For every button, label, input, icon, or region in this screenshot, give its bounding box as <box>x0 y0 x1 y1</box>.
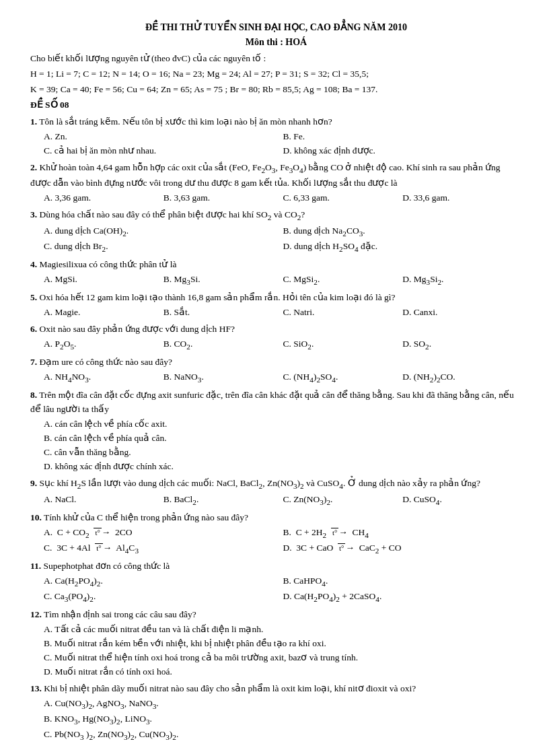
q5-opt-a: A. Magie. <box>44 306 163 320</box>
q7-options: A. NH4NO3. B. NaNO3. C. (NH4)2SO4. D. (N… <box>44 370 522 386</box>
q2-options: A. 3,36 gam. B. 3,63 gam. C. 6,33 gam. D… <box>44 191 522 205</box>
q5-text: 5. Oxi hóa hết 12 gam kim loại tạo thành… <box>30 291 522 305</box>
q11-opt-b: B. CaHPO4. <box>283 574 523 590</box>
q7-opt-a: A. NH4NO3. <box>44 370 163 386</box>
q2-opt-b: B. 3,63 gam. <box>163 191 283 205</box>
q8-options: A. cán cân lệch về phía cốc axit. B. cán… <box>44 417 522 474</box>
q10-opt-d: D. 3C + CaO t°→ CaC2 + CO <box>283 541 523 557</box>
q5-opt-c: C. Natri. <box>283 306 403 320</box>
q8-opt-c: C. cân vẫn thăng bằng. <box>44 446 522 460</box>
question-3: 3. Dùng hóa chất nào sau đây có thể phân… <box>30 208 522 255</box>
q12-opt-c: C. Muối nitrat thể hiện tính oxi hoá tro… <box>44 651 522 665</box>
title-block: ĐỀ THI THỬ TUYỂN SINH ĐẠI HỌC, CAO ĐẲNG … <box>30 20 522 49</box>
question-5: 5. Oxi hóa hết 12 gam kim loại tạo thành… <box>30 291 522 320</box>
q4-options: A. MgSi. B. Mg3Si. C. MgSi2. D. Mg3Si2. <box>44 273 522 288</box>
question-1: 1. Tôn là sắt tráng kẽm. Nếu tôn bị xước… <box>30 115 522 158</box>
intro-line3: K = 39; Ca = 40; Fe = 56; Cu = 64; Zn = … <box>30 83 522 97</box>
question-10: 10. Tính khử của C thể hiện trong phản ứ… <box>30 511 522 557</box>
q4-opt-d: D. Mg3Si2. <box>402 273 522 288</box>
q1-opt-b: B. Fe. <box>283 130 523 144</box>
q1-options: A. Zn. B. Fe. C. cả hai bị ăn mòn như nh… <box>44 130 522 158</box>
q13-opt-c: C. Pb(NO3 )2, Zn(NO3)2, Cu(NO3)2. <box>44 728 522 743</box>
q6-opt-c: C. SiO2. <box>283 337 403 353</box>
q8-opt-b: B. cán cân lệch về phía quả cân. <box>44 432 522 446</box>
q3-text: 3. Dùng hóa chất nào sau đây có thể phân… <box>30 208 522 224</box>
q8-opt-d: D. không xác định được chính xác. <box>44 460 522 474</box>
q8-opt-a: A. cán cân lệch về phía cốc axit. <box>44 417 522 432</box>
q10-opt-c: C. 3C + 4Al t°→ Al4C3 <box>44 541 283 557</box>
q8-text: 8. Trên một đĩa cân đặt cốc đựng axit su… <box>30 388 522 417</box>
q12-opt-a: A. Tất cả các muối nitrat đều tan và là … <box>44 623 522 637</box>
q7-opt-c: C. (NH4)2SO4. <box>283 370 403 386</box>
exam-id: ĐỀ SỐ 08 <box>30 98 522 112</box>
q9-opt-a: A. NaCl. <box>44 493 163 508</box>
intro-line1: Cho biết khối lượng nguyên tử (theo đvC)… <box>30 52 522 66</box>
q6-opt-d: D. SO2. <box>402 337 522 353</box>
question-6: 6. Oxit nào sau đây phản ứng được với du… <box>30 322 522 353</box>
question-8: 8. Trên một đĩa cân đặt cốc đựng axit su… <box>30 388 522 474</box>
q10-options: A. C + CO2 t°→ 2CO B. C + 2H2 t°→ CH4 C.… <box>44 526 522 557</box>
q3-opt-a: A. dung dịch Ca(OH)2. <box>44 224 283 240</box>
q6-opt-a: A. P2O5. <box>44 337 163 353</box>
q9-options: A. NaCl. B. BaCl2. C. Zn(NO3)2. D. CuSO4… <box>44 493 522 508</box>
q4-text: 4. Magiesilixua có công thức phân tử là <box>30 258 522 272</box>
q1-opt-a: A. Zn. <box>44 130 283 144</box>
q11-text: 11. Supephotphat đơn có công thức là <box>30 559 522 574</box>
question-4: 4. Magiesilixua có công thức phân tử là … <box>30 258 522 288</box>
q4-opt-b: B. Mg3Si. <box>163 273 283 288</box>
q7-opt-d: D. (NH2)2CO. <box>402 370 522 386</box>
q6-options: A. P2O5. B. CO2. C. SiO2. D. SO2. <box>44 337 522 353</box>
q2-opt-c: C. 6,33 gam. <box>283 191 403 205</box>
q7-opt-b: B. NaNO3. <box>163 370 283 386</box>
intro-line2: H = 1; Li = 7; C = 12; N = 14; O = 16; N… <box>30 67 522 81</box>
q7-text: 7. Đạm ure có công thức nào sau đây? <box>30 355 522 370</box>
q11-options: A. Ca(H2PO4)2. B. CaHPO4. C. Ca3(PO4)2. … <box>44 574 522 605</box>
q13-options: A. Cu(NO3)2, AgNO3, NaNO3. B. KNO3, Hg(N… <box>44 697 522 743</box>
q9-opt-b: B. BaCl2. <box>163 493 283 508</box>
q9-opt-c: C. Zn(NO3)2. <box>283 493 403 508</box>
q3-options: A. dung dịch Ca(OH)2. B. dung dịch Na2CO… <box>44 224 522 255</box>
q13-text: 13. Khi bị nhiệt phân dãy muối nitrat nà… <box>30 682 522 696</box>
title-main: ĐỀ THI THỬ TUYỂN SINH ĐẠI HỌC, CAO ĐẲNG … <box>30 20 522 35</box>
q12-opt-d: D. Muối nitrat rắn có tính oxi hoá. <box>44 665 522 679</box>
q1-opt-d: D. không xác định được. <box>283 144 523 158</box>
q12-options: A. Tất cả các muối nitrat đều tan và là … <box>44 623 522 679</box>
q12-text: 12. Tìm nhận định sai trong các câu sau … <box>30 608 522 622</box>
q2-opt-d: D. 33,6 gam. <box>402 191 522 205</box>
q11-opt-c: C. Ca3(PO4)2. <box>44 590 283 605</box>
q6-text: 6. Oxit nào sau đây phản ứng được với du… <box>30 322 522 337</box>
q6-opt-b: B. CO2. <box>163 337 283 353</box>
question-7: 7. Đạm ure có công thức nào sau đây? A. … <box>30 355 522 386</box>
question-9: 9. Sục khí H2S lần lượt vào dung dịch cá… <box>30 477 522 508</box>
q10-opt-a: A. C + CO2 t°→ 2CO <box>44 526 283 541</box>
q5-opt-d: D. Canxi. <box>402 306 522 320</box>
q4-opt-a: A. MgSi. <box>44 273 163 288</box>
q10-text: 10. Tính khử của C thể hiện trong phản ứ… <box>30 511 522 525</box>
q11-opt-d: D. Ca(H2PO4)2 + 2CaSO4. <box>283 590 523 605</box>
q5-opt-b: B. Sắt. <box>163 306 283 320</box>
q9-text: 9. Sục khí H2S lần lượt vào dung dịch cá… <box>30 477 522 492</box>
q12-opt-b: B. Muối nitrat rắn kém bền với nhiệt, kh… <box>44 637 522 651</box>
q3-opt-d: D. dung dịch H2SO4 đặc. <box>283 240 523 255</box>
q3-opt-c: C. dung dịch Br2. <box>44 240 283 255</box>
title-sub: Môn thi : HOÁ <box>30 35 522 50</box>
q9-opt-d: D. CuSO4. <box>402 493 522 508</box>
q13-opt-a: A. Cu(NO3)2, AgNO3, NaNO3. <box>44 697 522 712</box>
q1-opt-c: C. cả hai bị ăn mòn như nhau. <box>44 144 283 158</box>
question-11: 11. Supephotphat đơn có công thức là A. … <box>30 559 522 605</box>
q11-opt-a: A. Ca(H2PO4)2. <box>44 574 283 590</box>
question-2: 2. Khử hoàn toàn 4,64 gam hỗn hợp các ox… <box>30 161 522 205</box>
q13-opt-b: B. KNO3, Hg(NO3)2, LiNO3. <box>44 712 522 728</box>
q2-opt-a: A. 3,36 gam. <box>44 191 163 205</box>
q1-text: 1. Tôn là sắt tráng kẽm. Nếu tôn bị xước… <box>30 115 522 129</box>
question-13: 13. Khi bị nhiệt phân dãy muối nitrat nà… <box>30 682 522 743</box>
q3-opt-b: B. dung dịch Na2CO3. <box>283 224 523 240</box>
q4-opt-c: C. MgSi2. <box>283 273 403 288</box>
q10-opt-b: B. C + 2H2 t°→ CH4 <box>283 526 523 541</box>
q2-text: 2. Khử hoàn toàn 4,64 gam hỗn hợp các ox… <box>30 161 522 191</box>
q5-options: A. Magie. B. Sắt. C. Natri. D. Canxi. <box>44 306 522 320</box>
question-12: 12. Tìm nhận định sai trong các câu sau … <box>30 608 522 679</box>
